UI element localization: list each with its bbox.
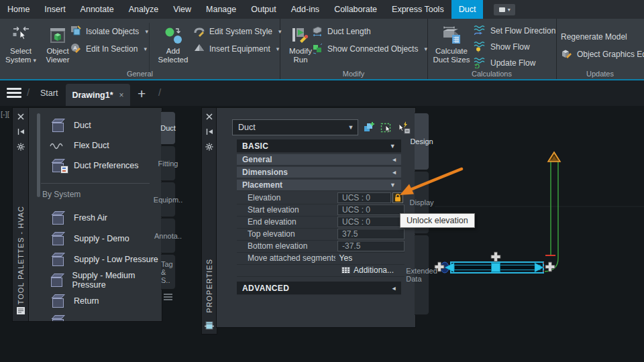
tool-palettes-titlebar[interactable]: TOOL PALETTES - HVAC [12, 107, 30, 322]
isolate-objects-icon [70, 25, 82, 39]
auto-hide-icon[interactable] [202, 128, 217, 135]
tab-addins[interactable]: Add-ins [284, 0, 327, 19]
grip-square-mid[interactable] [492, 263, 500, 272]
show-flow-button[interactable]: Show Flow [473, 40, 530, 54]
grip-plus-mid[interactable] [491, 252, 500, 261]
chevron-left-icon: ◂ [392, 169, 396, 176]
tab-manage[interactable]: Manage [199, 0, 244, 19]
close-icon[interactable] [202, 113, 217, 120]
palette-item-partial[interactable] [49, 312, 66, 322]
scrollbar[interactable] [37, 113, 40, 197]
duct-length-button[interactable]: Duct Length [311, 24, 371, 39]
palette-item-duct[interactable]: Duct [49, 116, 91, 135]
select-objects-icon[interactable] [379, 120, 394, 135]
isolate-objects-button[interactable]: Isolate Objects▾ [70, 24, 148, 39]
tool-palette-tabs: Duct Fitting Equipm.. Annota.. Tag & S.. [161, 107, 176, 320]
start-elevation-value[interactable]: UCS : 0 [337, 204, 405, 215]
lock-icon [394, 193, 402, 202]
panel-label-modify: Modify [280, 70, 427, 78]
tab-analyze[interactable]: Analyze [121, 0, 166, 19]
ribbon-display-toggle[interactable]: ▾ [494, 4, 515, 15]
palette-group-label: By System [42, 190, 80, 199]
row-start-elevation: Start elevation UCS : 0 [237, 204, 405, 217]
edit-system-style-button[interactable]: Edit System Style▾ [193, 24, 282, 39]
palette-item-return[interactable]: Return [49, 292, 99, 310]
palette-tab-annotation[interactable]: Annota.. [161, 218, 176, 253]
section-basic[interactable]: BASIC▼ [237, 139, 401, 153]
palette-item-fresh-air[interactable]: Fresh Air [49, 208, 107, 227]
tab-home[interactable]: Home [0, 0, 37, 19]
row-elevation: Elevation UCS : 0 [237, 192, 405, 204]
palette-item-duct-preferences[interactable]: Duct Preferences [49, 156, 139, 175]
close-icon[interactable] [13, 113, 29, 120]
tool-palettes-title: TOOL PALETTES - HVAC [13, 198, 29, 312]
move-attached-segments-value[interactable]: Yes [335, 253, 405, 263]
table-icon [341, 267, 350, 274]
palette-item-supply-demo[interactable]: Supply - Demo [49, 229, 129, 248]
palette-tab-tag-schedule[interactable]: Tag & S.. [161, 254, 176, 290]
hamburger-menu-icon[interactable] [7, 88, 21, 98]
calculate-duct-sizes-button[interactable]: Calculate Duct Sizes [431, 21, 472, 64]
add-selected-icon [154, 21, 192, 46]
palette-item-supply-low-pressure[interactable]: Supply - Low Pressure [49, 250, 158, 269]
additional-properties-button[interactable]: Additiona... [337, 265, 394, 275]
section-advanced[interactable]: ADVANCED◂ [237, 282, 401, 295]
palette-item-supply-medium-pressure[interactable]: Supply - Medium Pressure [49, 271, 162, 290]
palette-tab-duct[interactable]: Duct [161, 111, 176, 145]
toggle-pickadd-icon[interactable] [362, 120, 376, 135]
properties-tab-extended-data[interactable]: Extended Data [415, 235, 429, 315]
palette-window-icon[interactable] [202, 321, 217, 330]
tab-output[interactable]: Output [244, 0, 284, 19]
section-placement[interactable]: Placement▼ [237, 180, 401, 191]
properties-title: PROPERTIES [202, 252, 217, 319]
add-selected-button[interactable]: Add Selected [154, 21, 192, 64]
tab-drawing1[interactable]: Drawing1* × [66, 84, 130, 106]
file-tab-bar: / Start Drawing1* × + / [0, 80, 644, 106]
tab-separator: / [27, 86, 30, 98]
set-flow-direction-button[interactable]: Set Flow Direction [473, 23, 555, 38]
close-icon[interactable]: × [119, 90, 124, 100]
properties-content: Duct ▼ BASIC▼ General◂ Dimensions◂ [216, 107, 416, 328]
elevation-lock-button[interactable] [392, 192, 403, 203]
properties-tab-design[interactable]: Design [415, 113, 429, 170]
palette-tab-overflow[interactable] [164, 294, 172, 300]
select-system-button[interactable]: Select System▾ [3, 21, 39, 65]
tab-start[interactable]: Start [35, 80, 63, 106]
section-general[interactable]: General◂ [237, 154, 401, 166]
top-elevation-value[interactable]: 37.5 [337, 229, 405, 239]
tab-collaborate[interactable]: Collaborate [327, 0, 384, 19]
tool-palette-list: Duct Flex Duct Duct Preferences By Syste… [28, 107, 162, 322]
vertical-duct[interactable] [545, 152, 560, 272]
tab-annotate[interactable]: Annotate [73, 0, 121, 19]
tab-view[interactable]: View [166, 0, 199, 19]
regenerate-model-button[interactable]: Regenerate Model [561, 29, 627, 44]
tab-insert[interactable]: Insert [37, 0, 72, 19]
tab-duct[interactable]: Duct [451, 0, 484, 19]
show-connected-objects-button[interactable]: Show Connected Objects▾ [311, 42, 427, 56]
section-dimensions[interactable]: Dimensions◂ [237, 167, 401, 178]
palette-item-flex-duct[interactable]: Flex Duct [49, 136, 109, 155]
insert-equipment-button[interactable]: Insert Equipment▾ [193, 42, 279, 56]
duct-icon [49, 294, 66, 308]
quick-select-icon[interactable] [396, 120, 411, 135]
object-graphics-edit-button[interactable]: Object Graphics Edit [561, 47, 644, 62]
edit-in-section-icon: A [70, 42, 82, 56]
grip-plus-right[interactable] [545, 262, 555, 272]
palette-properties-icon[interactable] [13, 306, 29, 315]
auto-hide-icon[interactable] [13, 128, 29, 135]
gear-icon[interactable] [202, 143, 217, 151]
end-elevation-value[interactable]: UCS : 0 [337, 217, 405, 227]
show-flow-icon [473, 40, 486, 54]
object-type-select[interactable]: Duct ▼ [232, 119, 358, 135]
palette-tab-equipment[interactable]: Equipm.. [161, 182, 176, 217]
update-flow-button[interactable]: Update Flow [473, 56, 535, 70]
bottom-elevation-value[interactable]: -37.5 [337, 241, 405, 251]
edit-in-section-button[interactable]: A Edit In Section▾ [70, 42, 147, 56]
palette-tab-fitting[interactable]: Fitting [161, 145, 176, 181]
gear-icon[interactable] [13, 143, 29, 151]
tab-express-tools[interactable]: Express Tools [384, 0, 451, 19]
new-tab-button[interactable]: + [138, 84, 146, 104]
elevation-value[interactable]: UCS : 0 [337, 192, 391, 203]
rise-drop-symbol [548, 152, 560, 162]
properties-titlebar[interactable]: PROPERTIES [201, 107, 217, 335]
